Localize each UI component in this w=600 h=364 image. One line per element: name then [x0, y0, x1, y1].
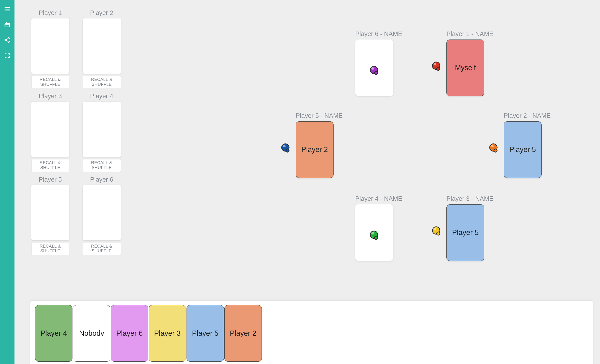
deck-label: Player 5 — [38, 176, 62, 183]
recall-shuffle-button[interactable]: RECALL &SHUFFLE — [83, 243, 121, 255]
deck-slot: Player 2 RECALL &SHUFFLE — [82, 9, 122, 88]
share-icon[interactable] — [3, 36, 12, 44]
deck-slot: Player 1 RECALL &SHUFFLE — [30, 9, 70, 88]
player-pawn-icon[interactable] — [431, 226, 442, 236]
svg-point-17 — [375, 236, 378, 239]
deck-label: Player 1 — [38, 9, 62, 17]
hand-card[interactable]: Player 4 — [35, 305, 73, 362]
seat-label: Player 6 - NAME — [355, 30, 395, 38]
deck-slot: Player 3 RECALL &SHUFFLE — [30, 93, 70, 172]
fullscreen-icon[interactable] — [3, 51, 12, 60]
seat-label: Player 2 - NAME — [504, 112, 544, 120]
player-pawn-icon[interactable] — [489, 143, 499, 153]
deck-box[interactable] — [31, 185, 69, 240]
recall-shuffle-button[interactable]: RECALL &SHUFFLE — [83, 159, 121, 172]
seat: Player 4 - NAME — [355, 195, 395, 261]
svg-point-21 — [434, 228, 436, 230]
hand-card[interactable]: Nobody — [73, 305, 110, 362]
deck-box[interactable] — [83, 185, 121, 240]
hand-card[interactable]: Player 5 — [187, 305, 224, 362]
deck-box[interactable] — [31, 19, 69, 74]
seat-label: Player 4 - NAME — [355, 195, 395, 203]
recall-shuffle-button[interactable]: RECALL &SHUFFLE — [31, 159, 69, 172]
menu-icon[interactable] — [3, 5, 12, 14]
svg-rect-0 — [5, 23, 9, 27]
svg-point-8 — [437, 67, 440, 70]
deck-label: Player 3 — [38, 93, 62, 100]
seat: Player 6 - NAME — [355, 30, 395, 96]
left-toolbar — [0, 0, 15, 364]
svg-point-18 — [371, 232, 374, 234]
deck-box[interactable] — [83, 102, 121, 157]
deck-box[interactable] — [83, 19, 121, 74]
seat: Player 2 - NAMEPlayer 5 — [504, 112, 544, 178]
deck-label: Player 6 — [90, 176, 113, 183]
deck-grid: Player 1 RECALL &SHUFFLE Player 2 RECALL… — [30, 9, 122, 255]
seat-card[interactable]: Player 2 — [296, 121, 334, 178]
svg-point-5 — [375, 71, 378, 75]
seat: Player 1 - NAMEMyself — [446, 30, 486, 96]
seat-card[interactable]: Myself — [446, 39, 484, 96]
recall-shuffle-button[interactable]: RECALL &SHUFFLE — [83, 76, 121, 88]
seat-card[interactable]: Player 5 — [446, 204, 484, 261]
seat-card[interactable]: Player 5 — [504, 121, 542, 178]
svg-point-20 — [437, 232, 440, 235]
deck-slot: Player 4 RECALL &SHUFFLE — [82, 93, 122, 172]
player-pawn-icon[interactable] — [369, 230, 380, 240]
player-pawn-icon[interactable] — [281, 143, 291, 153]
seat: Player 3 - NAMEPlayer 5 — [446, 195, 486, 261]
seat-label: Player 1 - NAME — [446, 30, 486, 38]
deck-slot: Player 6 RECALL &SHUFFLE — [82, 176, 122, 255]
deck-slot: Player 5 RECALL &SHUFFLE — [30, 176, 70, 255]
recall-shuffle-button[interactable]: RECALL &SHUFFLE — [31, 76, 69, 88]
hand-card[interactable]: Player 2 — [224, 305, 262, 362]
hand-card[interactable]: Player 6 — [111, 305, 148, 362]
hand-tray: Player 4NobodyPlayer 6Player 3Player 5Pl… — [30, 301, 593, 364]
player-pawn-icon[interactable] — [369, 65, 380, 75]
deck-label: Player 4 — [90, 93, 113, 100]
deck-label: Player 2 — [90, 9, 113, 17]
svg-point-9 — [434, 63, 436, 65]
game-bag-icon[interactable] — [3, 20, 12, 29]
deck-box[interactable] — [31, 102, 69, 157]
svg-point-6 — [371, 67, 374, 70]
player-pawn-icon[interactable] — [431, 61, 442, 71]
seat-label: Player 3 - NAME — [446, 195, 486, 203]
seat: Player 5 - NAMEPlayer 2 — [296, 112, 335, 178]
hand-card[interactable]: Player 3 — [149, 305, 186, 362]
svg-point-12 — [283, 145, 286, 147]
svg-point-14 — [494, 149, 497, 152]
svg-point-11 — [286, 149, 289, 152]
seat-label: Player 5 - NAME — [296, 112, 335, 120]
svg-point-15 — [491, 145, 494, 147]
recall-shuffle-button[interactable]: RECALL &SHUFFLE — [31, 243, 69, 255]
